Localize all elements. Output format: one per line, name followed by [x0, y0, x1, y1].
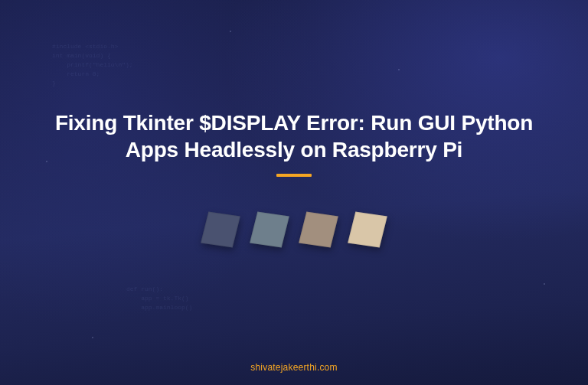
decorative-dot — [92, 337, 93, 338]
page-title: Fixing Tkinter $DISPLAY Error: Run GUI P… — [54, 109, 534, 163]
footer-site-label: shivatejakeerthi.com — [250, 362, 337, 373]
decorative-bg-code-top: #include <stdio.h> int main(void) { prin… — [52, 42, 133, 88]
title-underline-accent — [276, 174, 312, 177]
decorative-square — [348, 211, 387, 247]
decorative-bg-code-bottom: def run(): app = tk.Tk() app.mainloop() — [126, 285, 192, 312]
decorative-square — [250, 211, 289, 247]
decorative-dot — [398, 69, 400, 70]
decorative-dot — [544, 283, 545, 285]
decorative-square — [299, 211, 338, 247]
decorative-squares-row — [54, 214, 534, 246]
decorative-square — [201, 211, 240, 247]
footer-site-credit: shivatejakeerthi.com — [0, 362, 588, 373]
decorative-dot — [230, 31, 231, 32]
hero-banner: Fixing Tkinter $DISPLAY Error: Run GUI P… — [0, 109, 588, 246]
